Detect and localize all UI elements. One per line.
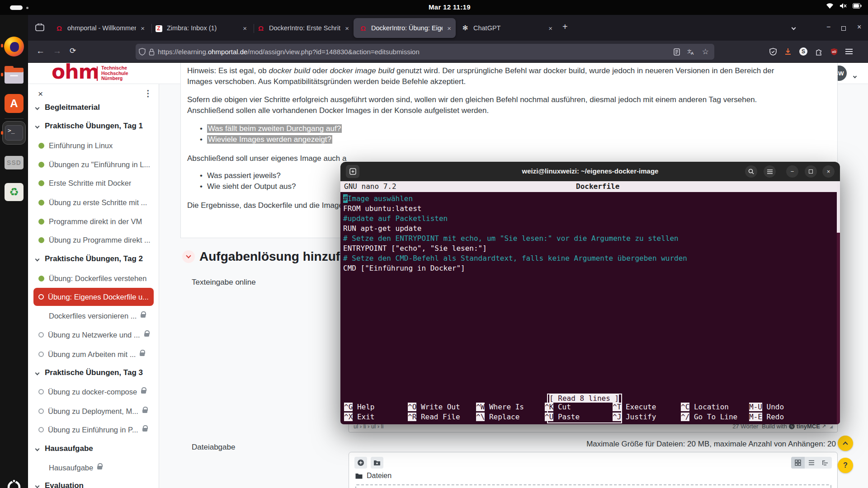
system-tray[interactable] — [826, 3, 862, 9]
tab-label: ChatGPT — [473, 24, 544, 32]
tab-close-icon[interactable]: × — [345, 24, 349, 32]
drawer-section-begleitmaterial[interactable]: Begleitmaterial — [28, 99, 159, 117]
tab-close-icon[interactable]: × — [243, 24, 247, 32]
lock-icon — [141, 390, 146, 394]
bookmark-star-icon[interactable]: ☆ — [702, 47, 709, 56]
resize-grip-icon[interactable]: ◢ — [830, 424, 833, 429]
drawer-kebab-icon[interactable]: ⋮ — [144, 88, 152, 99]
terminal-minimize-button[interactable]: − — [786, 165, 798, 178]
dock-divider — [5, 118, 24, 119]
list-all-tabs-icon[interactable] — [792, 23, 795, 31]
drawer-item[interactable]: Übung zu Programme direkt ... — [28, 231, 159, 249]
firefox-view-icon[interactable] — [35, 23, 44, 32]
window-restore-button[interactable] — [841, 24, 846, 33]
terminal-scrollbar-thumb[interactable] — [837, 181, 840, 233]
zimbra-favicon: Z — [155, 24, 163, 32]
view-list-button[interactable] — [805, 457, 818, 469]
extension-s-icon[interactable]: S — [799, 47, 807, 56]
files-root-label[interactable]: Dateien — [367, 472, 392, 480]
tab-ohmportal[interactable]: Ω ohmportal - Willkommen × — [50, 18, 149, 38]
files-dock-icon[interactable] — [4, 64, 24, 85]
firefox-tab-bar: Ω ohmportal - Willkommen × Z Zimbra: Inb… — [28, 15, 868, 41]
url-text[interactable]: https://elearning.ohmportal.de/mod/assig… — [158, 48, 420, 56]
trash-dock-icon[interactable]: ♻ — [4, 182, 24, 202]
drawer-item[interactable]: Einführung in Linux — [28, 136, 159, 155]
drawer-item-locked[interactable]: Übung zu docker-compose — [28, 383, 159, 401]
terminal-maximize-button[interactable] — [805, 165, 817, 178]
workspace-dot[interactable] — [26, 7, 28, 9]
puzzle-extensions-icon[interactable] — [815, 48, 823, 56]
drawer-item-locked[interactable]: Übung zu Einführung in P... — [28, 421, 159, 439]
ohm-logo[interactable]: ohm — [52, 63, 99, 83]
drawer-item-locked[interactable]: Übung zu Netzwerke und ... — [28, 326, 159, 344]
clock[interactable]: Mar 12 11:19 — [429, 3, 471, 11]
terminal-dock-icon[interactable]: >_ — [4, 122, 24, 143]
incomplete-circle — [38, 427, 44, 432]
reload-icon[interactable]: ⟳ — [70, 46, 76, 56]
drawer-section-evaluation[interactable]: Evaluation — [28, 477, 159, 488]
ubuntu-logo-icon[interactable] — [4, 477, 24, 488]
close-drawer-icon[interactable]: × — [38, 89, 43, 99]
tab-close-icon[interactable]: × — [141, 24, 145, 32]
add-file-button[interactable] — [354, 457, 367, 469]
collapse-chevron-icon[interactable] — [182, 250, 195, 263]
file-drop-zone[interactable] — [355, 484, 831, 488]
nano-shortcut: ^X Exit — [344, 413, 374, 421]
workspace-indicator[interactable] — [10, 5, 23, 10]
firefox-dock-icon[interactable] — [4, 36, 24, 57]
tab-dockerintro-1[interactable]: Ω DockerIntro: Erste Schritt × — [251, 18, 354, 38]
add-folder-button[interactable] — [371, 457, 383, 469]
drawer-section-hausaufgabe[interactable]: Hausaufgabe — [28, 440, 159, 458]
user-menu-chevron-icon[interactable] — [854, 71, 856, 80]
terminal-titlebar[interactable]: weizi@linuxweizi: ~/eigenes-docker-image… — [340, 162, 840, 181]
terminal-close-button[interactable]: × — [822, 165, 835, 178]
terminal-menu-icon[interactable] — [764, 165, 776, 178]
view-grid-button[interactable] — [791, 457, 805, 469]
ssd-dock-icon[interactable]: SSD — [4, 152, 24, 173]
terminal-running-dot — [1, 131, 3, 135]
drawer-section-tag3[interactable]: Praktische Übungen, Tag 3 — [28, 364, 159, 382]
software-center-dock-icon[interactable]: A — [4, 93, 24, 114]
drawer-item[interactable]: Übung: Dockerfiles verstehen — [28, 269, 159, 287]
back-icon[interactable]: ← — [36, 46, 45, 56]
tab-close-icon[interactable]: × — [447, 24, 451, 32]
lock-icon[interactable] — [149, 48, 155, 56]
drawer-item-locked[interactable]: Übung zu Deployment, M... — [28, 402, 159, 420]
tab-close-icon[interactable]: × — [548, 24, 552, 32]
drawer-item[interactable]: Erste Schritte mit Docker — [28, 174, 159, 192]
drawer-item-locked[interactable]: Dockerfiles versionieren ... — [28, 307, 159, 325]
url-bar[interactable]: https://elearning.ohmportal.de/mod/assig… — [136, 44, 714, 60]
new-tab-button[interactable]: + — [562, 22, 568, 32]
tab-zimbra[interactable]: Z Zimbra: Inbox (1) × — [149, 18, 251, 38]
menu-hamburger-icon[interactable] — [845, 51, 853, 52]
drawer-item-locked[interactable]: Hausaufgabe — [28, 459, 159, 477]
window-minimize-button[interactable]: − — [826, 23, 830, 31]
drawer-item[interactable]: Übung zu erste Schritte mit ... — [28, 193, 159, 211]
password-manager-icon[interactable] — [769, 48, 777, 56]
drawer-item[interactable]: Programme direkt in der VM — [28, 212, 159, 230]
forward-icon[interactable]: → — [53, 46, 61, 56]
download-icon[interactable] — [784, 48, 792, 56]
window-close-button[interactable]: × — [857, 23, 861, 31]
folder-icon — [355, 473, 363, 479]
tab-dockerintro-uebung-active[interactable]: Ω DockerIntro: Übung: Eige × — [354, 18, 456, 38]
drawer-item[interactable]: Übungen zu "Einführung in L... — [28, 155, 159, 174]
incomplete-circle — [38, 294, 44, 300]
view-tree-button[interactable] — [818, 457, 832, 469]
ublock-icon[interactable]: uO — [830, 48, 838, 56]
drawer-section-tag1[interactable]: Praktische Übungen, Tag 1 — [28, 117, 159, 135]
highlighted-question-1: •Was fällt beim zweiten Durchgang auf? — [200, 124, 342, 133]
terminal-window[interactable]: weizi@linuxweizi: ~/eigenes-docker-image… — [340, 162, 840, 424]
terminal-search-icon[interactable] — [745, 165, 757, 178]
shield-icon[interactable] — [139, 48, 146, 56]
drawer-item-locked[interactable]: Übung zum Arbeiten mit ... — [28, 345, 159, 363]
back-to-top-button[interactable] — [838, 436, 853, 451]
reader-mode-icon[interactable] — [674, 48, 680, 56]
drawer-section-tag2[interactable]: Praktische Übungen, Tag 2 — [28, 250, 159, 268]
drawer-item-active[interactable]: Übung: Eigenes Dockerfile u... — [33, 288, 154, 306]
help-button[interactable]: ? — [838, 458, 853, 473]
translate-icon[interactable]: 文A — [687, 48, 695, 55]
terminal-body[interactable]: #Image auswählen FROM ubuntu:latest #upd… — [340, 192, 840, 424]
svg-text:A: A — [691, 51, 694, 55]
tab-chatgpt[interactable]: ✻ ChatGPT × — [456, 18, 557, 38]
